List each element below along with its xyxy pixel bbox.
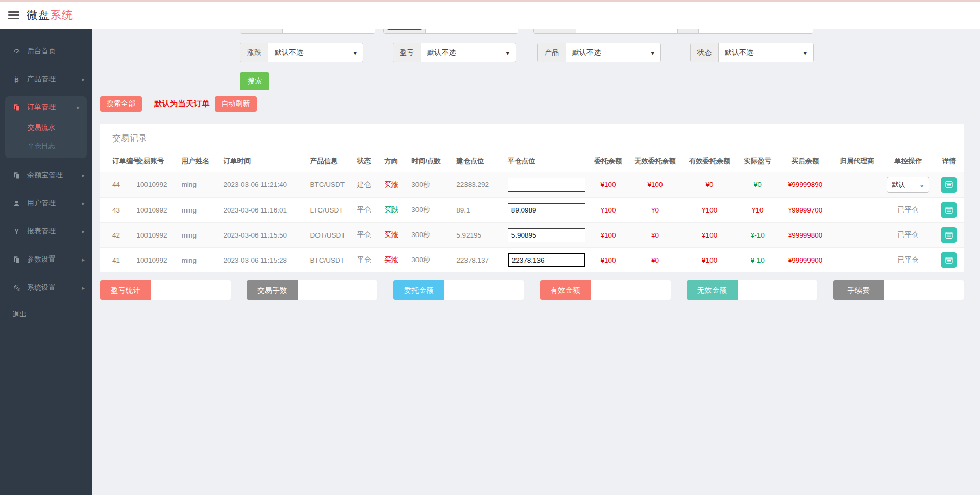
stat-value [738, 280, 817, 300]
product-select[interactable]: 默认不选▾ [566, 43, 660, 62]
sidebar-item-params[interactable]: 参数设置▸ [0, 248, 92, 271]
today-orders-note: 默认为当天订单 [154, 99, 210, 109]
cell-order-time: 2023-03-06 11:15:28 [220, 248, 307, 273]
sidebar-subitem-close-log[interactable]: 平仓日志 [5, 137, 87, 155]
detail-button[interactable] [941, 177, 957, 193]
detail-button[interactable] [941, 252, 957, 268]
stat-fee: 手续费 [833, 280, 964, 300]
top-bar: 微盘系统 [0, 0, 980, 29]
cell-username: ming [179, 198, 220, 223]
selected-value: 默认不选 [725, 48, 753, 57]
cell-account: 10010992 [134, 198, 179, 223]
selected-value: 默认不选 [427, 48, 456, 57]
cell-detail [935, 198, 964, 223]
detail-button[interactable] [941, 202, 957, 218]
selected-value: 默认不选 [572, 48, 601, 57]
sidebar-item-orders[interactable]: 订单管理▸ [5, 96, 87, 119]
orders-icon [12, 103, 21, 112]
trade-records-panel: 交易记录 订单编号交易账号用户姓名订单时间产品信息状态方向时间/点数建仓点位平仓… [100, 124, 964, 272]
cell-valid-entrust: ¥100 [682, 248, 737, 273]
chevron-down-icon: ▾ [506, 49, 509, 57]
cell-valid-entrust: ¥100 [682, 198, 737, 223]
cell-actual-profit: ¥-10 [737, 248, 778, 273]
close-price-input[interactable] [508, 178, 585, 192]
selected-value: 默认不选 [275, 48, 303, 57]
filter-row-3: 搜索 [240, 72, 964, 91]
cell-product: BTC/USDT [307, 172, 354, 198]
sidebar-item-label: 产品管理 [27, 75, 82, 84]
logo-accent: 系统 [50, 9, 74, 21]
table-row: 4310010992ming2023-03-06 11:16:01LTC/USD… [100, 198, 964, 223]
cell-username: ming [179, 223, 220, 248]
cell-actual-profit: ¥-10 [737, 223, 778, 248]
cell-open-price: 89.1 [453, 198, 504, 223]
cell-order-time: 2023-03-06 11:21:40 [220, 172, 307, 198]
cell-status: 平仓 [354, 223, 381, 248]
main-content: 订单编号 客户 ▾ 订单时间 至 涨跌默认不选▾盈亏默认不选▾产品默认不选▾状态… [92, 0, 980, 300]
product-filter: 产品默认不选▾ [537, 43, 661, 62]
stat-label: 有效金额 [540, 280, 591, 300]
updown-select[interactable]: 默认不选▾ [268, 43, 363, 62]
cell-close-price [505, 198, 589, 223]
cell-entrust-balance: ¥100 [589, 172, 628, 198]
stat-invalid-amount: 无效金额 [687, 280, 817, 300]
detail-button[interactable] [941, 227, 957, 243]
cell-control: 默认⌄ [882, 172, 934, 198]
column-header: 订单时间 [220, 151, 307, 172]
column-header: 详情 [935, 151, 964, 172]
stats-row: 盈亏统计交易手数委托金额有效金额无效金额手续费 [100, 280, 964, 300]
cell-invalid-entrust: ¥0 [628, 223, 682, 248]
cell-detail [935, 172, 964, 198]
cell-order-id: 42 [100, 223, 134, 248]
search-button[interactable]: 搜索 [240, 72, 270, 90]
stat-value [298, 280, 377, 300]
cell-duration: 300秒 [408, 198, 453, 223]
cell-after-balance: ¥99999800 [778, 223, 831, 248]
chevron-right-icon: ▸ [82, 200, 85, 207]
dashboard-icon [12, 47, 21, 56]
table-row: 4110010992ming2023-03-06 11:15:28BTC/USD… [100, 248, 964, 273]
control-value: 默认 [892, 180, 905, 190]
cell-agent [832, 198, 882, 223]
status-select[interactable]: 默认不选▾ [719, 43, 813, 62]
stat-value [444, 280, 524, 300]
sidebar-item-reports[interactable]: ¥报表管理▸ [0, 220, 92, 243]
logo-primary: 微盘 [27, 9, 50, 21]
sidebar-item-system[interactable]: 系统设置▸ [0, 276, 92, 299]
profit-select[interactable]: 默认不选▾ [421, 43, 516, 62]
cell-order-time: 2023-03-06 11:15:50 [220, 223, 307, 248]
cell-agent [832, 223, 882, 248]
stat-value [884, 280, 964, 300]
sidebar-item-label: 余额宝管理 [27, 171, 82, 180]
sidebar-item-dashboard[interactable]: 后台首页 [0, 40, 92, 62]
auto-refresh-button[interactable]: 自动刷新 [215, 96, 257, 112]
sidebar-item-label: 后台首页 [27, 46, 85, 56]
table-body: 4410010992ming2023-03-06 11:21:40BTC/USD… [100, 172, 964, 273]
profit-label: 盈亏 [393, 43, 421, 62]
control-select[interactable]: 默认⌄ [887, 177, 929, 193]
cell-account: 10010992 [134, 248, 179, 273]
chevron-down-icon: ▾ [651, 49, 654, 57]
cell-duration: 300秒 [408, 172, 453, 198]
sidebar-item-products[interactable]: B产品管理▸ [0, 68, 92, 90]
sidebar-subitem-trade-flow[interactable]: 交易流水 [5, 119, 87, 137]
logout-button[interactable]: 退出 [0, 304, 92, 325]
cell-direction: 买涨 [381, 223, 408, 248]
hamburger-menu-icon[interactable] [8, 11, 19, 19]
wallet-icon [12, 171, 21, 180]
stat-entrust-amount: 委托金额 [393, 280, 524, 300]
cell-after-balance: ¥99999890 [778, 172, 831, 198]
cell-order-id: 41 [100, 248, 134, 273]
cell-status: 平仓 [354, 248, 381, 273]
sidebar-item-users[interactable]: 用户管理▸ [0, 192, 92, 215]
sidebar-item-yuebao[interactable]: 余额宝管理▸ [0, 164, 92, 186]
cell-after-balance: ¥99999900 [778, 248, 831, 273]
close-price-input[interactable] [508, 228, 585, 242]
close-price-input[interactable] [508, 253, 585, 267]
column-header: 时间/点数 [408, 151, 453, 172]
yen-icon: ¥ [12, 227, 21, 236]
cell-duration: 300秒 [408, 223, 453, 248]
search-all-button[interactable]: 搜索全部 [100, 96, 142, 112]
close-price-input[interactable] [508, 203, 585, 217]
sidebar-item-label: 用户管理 [27, 199, 82, 208]
